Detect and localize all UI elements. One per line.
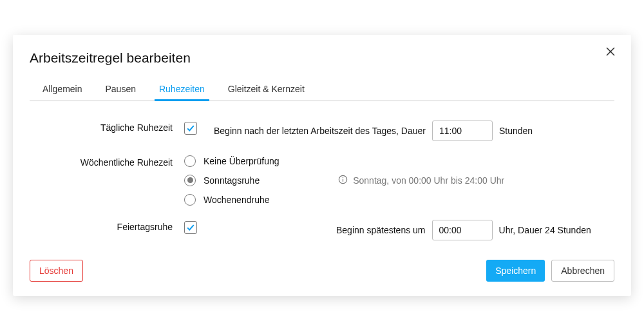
close-icon[interactable] <box>605 46 618 59</box>
weekly-rest-label: Wöchentliche Ruhezeit <box>30 155 184 168</box>
holiday-rest-label: Feiertagsruhe <box>30 220 184 232</box>
info-icon <box>338 175 348 186</box>
cancel-button[interactable]: Abbrechen <box>551 260 614 282</box>
weekly-option-weekend-radio[interactable] <box>184 194 196 206</box>
daily-rest-input[interactable] <box>432 121 493 141</box>
holiday-rest-input[interactable] <box>432 220 493 240</box>
daily-rest-checkbox[interactable] <box>184 122 197 135</box>
holiday-rest-checkbox[interactable] <box>184 221 197 234</box>
save-button[interactable]: Speichern <box>486 260 545 282</box>
holiday-rest-desc: Beginn spätestens um <box>336 225 426 235</box>
weekly-option-sunday-label: Sonntagsruhe <box>204 175 260 186</box>
weekly-info-text: Sonntag, von 00:00 Uhr bis 24:00 Uhr <box>353 175 504 186</box>
weekly-option-sunday-radio[interactable] <box>184 175 196 186</box>
tab-rest[interactable]: Ruhezeiten <box>158 80 206 101</box>
tab-pauses[interactable]: Pausen <box>104 80 137 101</box>
delete-button[interactable]: Löschen <box>30 260 83 282</box>
dialog-title: Arbeitszeitregel bearbeiten <box>30 50 614 66</box>
weekly-option-none-radio[interactable] <box>184 155 196 167</box>
holiday-rest-unit: Uhr, Dauer 24 Stunden <box>499 225 591 235</box>
edit-work-rule-dialog: Arbeitszeitregel bearbeiten Allgemein Pa… <box>13 35 631 296</box>
daily-rest-desc: Beginn nach der letzten Arbeitszeit des … <box>214 126 426 136</box>
tab-general[interactable]: Allgemein <box>41 80 83 101</box>
daily-rest-unit: Stunden <box>499 126 533 136</box>
daily-rest-label: Tägliche Ruhezeit <box>30 121 184 133</box>
svg-point-4 <box>343 177 343 177</box>
tab-flex[interactable]: Gleitzeit & Kernzeit <box>227 80 306 101</box>
weekly-option-weekend-label: Wochenendruhe <box>204 195 269 205</box>
weekly-option-none-label: Keine Überprüfung <box>204 156 279 166</box>
tabs: Allgemein Pausen Ruhezeiten Gleitzeit & … <box>30 80 614 101</box>
